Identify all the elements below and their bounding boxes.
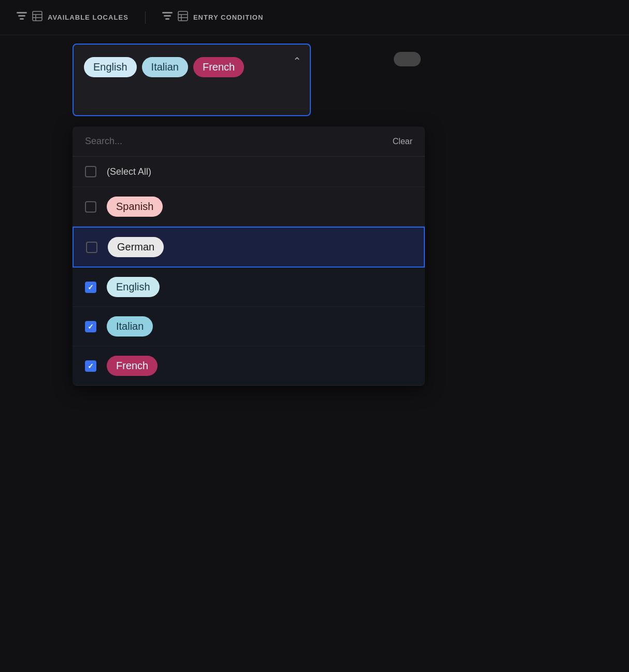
clear-button[interactable]: Clear — [393, 137, 412, 146]
checkbox-select-all[interactable] — [85, 166, 96, 177]
selected-values-box[interactable]: English Italian French ⌃ — [73, 44, 311, 116]
svg-rect-1 — [18, 15, 25, 17]
filter-icon-right — [162, 12, 173, 23]
checkbox-italian[interactable] — [85, 321, 96, 332]
tag-spanish-option: Spanish — [107, 197, 163, 217]
entry-condition-label: ENTRY CONDITION — [193, 13, 264, 21]
filter-icon-left — [17, 12, 27, 23]
svg-rect-7 — [162, 12, 173, 13]
right-panel-toggle[interactable] — [394, 52, 421, 66]
svg-rect-10 — [178, 11, 188, 21]
select-all-label: (Select All) — [107, 166, 151, 177]
tag-english[interactable]: English — [84, 57, 137, 77]
search-row: Clear — [73, 127, 425, 157]
entry-condition-section: ENTRY CONDITION — [162, 11, 264, 24]
dropdown-item-select-all[interactable]: (Select All) — [73, 157, 425, 187]
tag-german-option: German — [108, 237, 164, 257]
svg-rect-2 — [20, 18, 24, 20]
svg-rect-9 — [165, 18, 169, 20]
chevron-up-icon[interactable]: ⌃ — [293, 55, 302, 67]
checkbox-french[interactable] — [85, 360, 96, 372]
table-icon-right — [178, 11, 188, 24]
locale-selector-container: English Italian French ⌃ Clear (Select A… — [73, 44, 311, 116]
tag-english-option: English — [107, 277, 160, 297]
svg-rect-8 — [164, 15, 171, 17]
checkbox-german[interactable] — [86, 242, 97, 253]
svg-rect-0 — [17, 12, 27, 13]
dropdown-item-english[interactable]: English — [73, 268, 425, 307]
tag-french-option: French — [107, 356, 158, 376]
available-locales-section: AVAILABLE LOCALES — [17, 11, 128, 24]
selected-tags: English Italian French — [84, 57, 299, 77]
top-bar-divider — [145, 11, 146, 24]
tag-french[interactable]: French — [193, 57, 244, 77]
table-icon-left — [32, 11, 42, 24]
svg-rect-3 — [33, 11, 42, 21]
dropdown-item-spanish[interactable]: Spanish — [73, 187, 425, 227]
dropdown-panel: Clear (Select All) Spanish German Englis… — [73, 127, 425, 386]
tag-italian[interactable]: Italian — [142, 57, 188, 77]
dropdown-item-german[interactable]: German — [73, 227, 425, 268]
checkbox-spanish[interactable] — [85, 201, 96, 213]
dropdown-item-french[interactable]: French — [73, 346, 425, 386]
dropdown-item-italian[interactable]: Italian — [73, 307, 425, 346]
checkbox-english[interactable] — [85, 282, 96, 293]
available-locales-label: AVAILABLE LOCALES — [48, 13, 128, 21]
tag-italian-option: Italian — [107, 316, 153, 337]
main-content: English Italian French ⌃ Clear (Select A… — [0, 44, 629, 116]
top-bar: AVAILABLE LOCALES ENTRY CONDITION — [0, 0, 629, 35]
search-input[interactable] — [85, 136, 393, 147]
